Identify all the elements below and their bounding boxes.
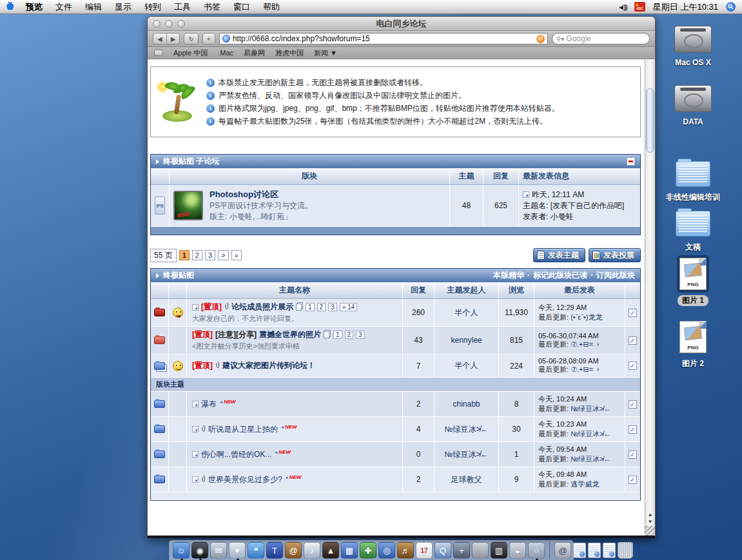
- last-page-button[interactable]: »: [231, 250, 242, 260]
- menu-item-0[interactable]: 预览: [19, 0, 49, 14]
- topic-page-link[interactable]: 2: [345, 331, 354, 339]
- topic-link[interactable]: 建议大家把图片传到论坛！: [222, 360, 315, 371]
- topic-page-link[interactable]: 3: [328, 303, 337, 311]
- menu-item-3[interactable]: 显示: [108, 0, 138, 14]
- finder-dock-icon[interactable]: ☺: [173, 542, 190, 559]
- page-button-3[interactable]: 3: [205, 250, 215, 260]
- menu-item-7[interactable]: 窗口: [227, 0, 257, 14]
- menu-item-6[interactable]: 书签: [197, 0, 227, 14]
- menu-item-8[interactable]: 帮助: [257, 0, 286, 14]
- forward-button[interactable]: ▶: [167, 33, 181, 44]
- board-header-link-1[interactable]: 标记此版块已读: [533, 271, 587, 280]
- bookmark-item-3[interactable]: 雅虎中国: [275, 48, 304, 58]
- address-book-dock-icon[interactable]: @: [285, 542, 302, 559]
- last-updater-link[interactable]: №绿豆冰≯←: [571, 430, 610, 438]
- system-box-dock-icon[interactable]: [472, 542, 489, 559]
- board-header-link-0[interactable]: 本版精华: [493, 271, 524, 280]
- last-updater-link[interactable]: №绿豆冰≯←: [571, 405, 610, 412]
- new-topic-button[interactable]: 发表主题: [533, 248, 585, 262]
- trash-icon[interactable]: [618, 542, 633, 559]
- starter-link[interactable]: 半个人: [455, 307, 478, 318]
- menu-item-2[interactable]: 编辑: [79, 0, 108, 14]
- topic-page-link[interactable]: 1: [306, 303, 315, 311]
- topic-link[interactable]: 论坛成员照片展示: [231, 302, 293, 313]
- telescope-app-dock-icon[interactable]: +: [453, 542, 470, 559]
- starter-link[interactable]: №绿豆冰≯←: [445, 449, 489, 460]
- itunes-dock-icon[interactable]: ♪: [304, 542, 320, 559]
- go-to-last-post-icon[interactable]: [192, 304, 199, 311]
- page-button-1[interactable]: 1: [179, 250, 190, 260]
- desktop-icon-1[interactable]: DATA: [658, 82, 728, 126]
- minimized-window-0[interactable]: [573, 543, 586, 558]
- ichat-dock-icon[interactable]: ❝: [248, 542, 264, 559]
- desktop-icon-2[interactable]: 非线性编辑培训: [658, 159, 728, 203]
- starter-link[interactable]: 足球教父: [451, 474, 482, 485]
- last-post-author[interactable]: 发表者: 小曼蛙: [523, 211, 624, 222]
- forum-link[interactable]: Photoshop讨论区: [210, 189, 313, 200]
- topic-link[interactable]: 伤心啊...曾经的OK...: [201, 449, 271, 460]
- window-title-bar[interactable]: 电白同乡论坛: [148, 17, 655, 31]
- starter-link[interactable]: №绿豆冰≯←: [445, 424, 489, 435]
- desktop-icon-0[interactable]: Mac OS X: [658, 23, 728, 67]
- minimize-button[interactable]: [165, 20, 173, 28]
- search-input[interactable]: [566, 34, 645, 43]
- scrollbar-arrows[interactable]: ▲▼: [645, 511, 655, 525]
- topic-page-link[interactable]: » 14: [340, 303, 357, 311]
- zoom-button[interactable]: [177, 20, 185, 28]
- vertical-scrollbar[interactable]: ▲▼: [645, 60, 655, 536]
- starter-link[interactable]: kennylee: [451, 336, 482, 345]
- topic-link[interactable]: 震撼全世界的照片: [259, 329, 321, 340]
- address-bar[interactable]: http://0668.cc/index.php?showforum=15 ↺: [219, 33, 548, 44]
- topic-link[interactable]: 听说是从卫星上拍的: [208, 424, 278, 435]
- volume-icon[interactable]: ◄))): [618, 3, 627, 11]
- last-updater-link[interactable]: ⑦.+⊟= ♀: [571, 340, 600, 348]
- bookmarks-book-icon[interactable]: [154, 50, 163, 56]
- safari-dock-icon[interactable]: ✦: [229, 542, 246, 559]
- last-updater-link[interactable]: (•ˉεˉ•)龙龙: [571, 313, 602, 321]
- go-to-last-post-icon[interactable]: [192, 476, 199, 483]
- menu-clock[interactable]: 星期日 上午10:31: [653, 1, 718, 13]
- green-app-dock-icon[interactable]: ✚: [360, 542, 376, 559]
- garageband-dock-icon[interactable]: ♬: [397, 542, 414, 559]
- topic-page-link[interactable]: 1: [333, 331, 342, 339]
- dashboard-dock-icon[interactable]: ◉: [191, 542, 208, 559]
- last-post-topic[interactable]: 主题名: [发表下自己的作品吧]: [523, 200, 624, 211]
- add-bookmark-button[interactable]: +: [202, 33, 215, 44]
- close-button[interactable]: [153, 20, 161, 28]
- reload-button[interactable]: ↻: [184, 33, 198, 44]
- bookmark-item-4[interactable]: 新闻 ▼: [314, 48, 337, 58]
- topic-link[interactable]: 世界美景你见过多少?: [208, 474, 282, 485]
- last-updater-link[interactable]: 逃学威龙: [571, 480, 599, 488]
- topic-link[interactable]: 瀑布: [201, 399, 217, 410]
- disc-burner-dock-icon[interactable]: ◎: [378, 542, 395, 559]
- topic-checkbox[interactable]: ✓: [629, 362, 637, 370]
- text-app-dock-icon[interactable]: T: [266, 542, 283, 559]
- idvd-dock-icon[interactable]: ▲: [322, 542, 339, 559]
- board-header-link-2[interactable]: 订阅此版块: [596, 271, 635, 280]
- bookmark-item-1[interactable]: .Mac: [218, 49, 233, 57]
- new-poll-button[interactable]: 发表投票: [589, 248, 641, 262]
- page-button-2[interactable]: 2: [192, 250, 202, 260]
- topic-page-link[interactable]: 2: [317, 303, 326, 311]
- scrollbar-thumb[interactable]: [646, 88, 654, 153]
- topic-checkbox[interactable]: ✓: [629, 309, 637, 317]
- input-method-icon[interactable]: ABC: [634, 2, 645, 12]
- resize-grip[interactable]: [645, 526, 655, 536]
- topic-checkbox[interactable]: ✓: [629, 450, 637, 459]
- topic-checkbox[interactable]: ✓: [629, 476, 637, 484]
- webloc-dock-icon[interactable]: @: [554, 542, 571, 559]
- spotlight-icon[interactable]: [726, 2, 736, 12]
- minimized-window-2[interactable]: [603, 543, 616, 558]
- starter-link[interactable]: chinabb: [453, 400, 480, 409]
- desktop-icon-4[interactable]: PNG图片 1: [658, 255, 728, 306]
- menu-item-5[interactable]: 工具: [168, 0, 197, 14]
- mail-dock-icon[interactable]: ✉: [210, 542, 227, 559]
- apple-menu-icon[interactable]: [0, 1, 19, 13]
- topic-checkbox[interactable]: ✓: [629, 400, 637, 409]
- next-page-button[interactable]: >: [218, 250, 228, 260]
- menu-item-1[interactable]: 文件: [49, 0, 79, 14]
- topic-page-link[interactable]: 3: [356, 331, 365, 339]
- toast-dock-icon[interactable]: ◒: [509, 542, 526, 559]
- go-to-last-post-icon[interactable]: [523, 191, 529, 198]
- desktop-icon-5[interactable]: PNG图片 2: [658, 318, 728, 369]
